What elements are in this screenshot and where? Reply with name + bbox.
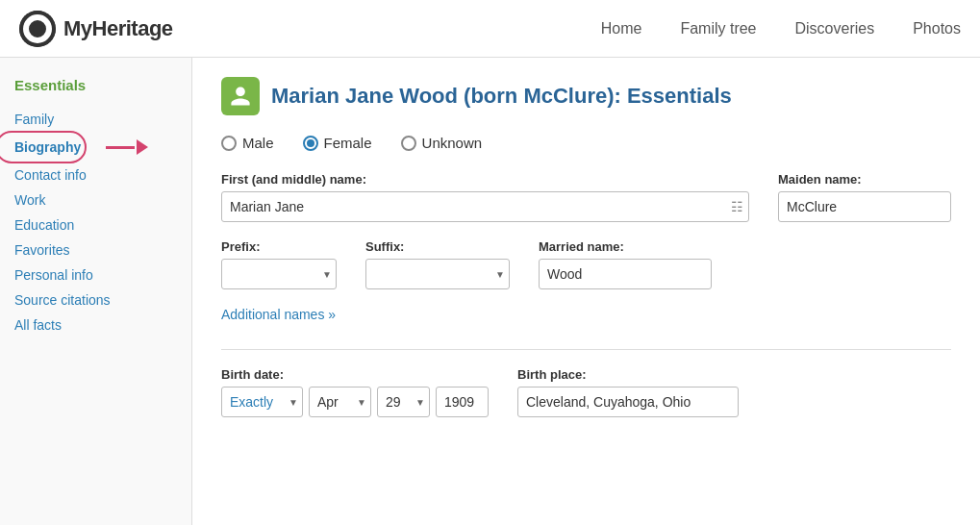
logo-text: MyHeritage [63, 16, 173, 41]
gender-female-label: Female [324, 135, 372, 151]
exactly-select[interactable]: Exactly About Before After Between [221, 387, 303, 417]
gender-female-radio[interactable] [303, 136, 318, 151]
birth-section: Birth date: Exactly About Before After B… [221, 367, 951, 417]
sidebar-item-favorites[interactable]: Favorites [14, 238, 177, 262]
arrow-indicator [106, 139, 148, 155]
suffix-group: Suffix: Jr. Sr. II III ▼ [365, 239, 510, 289]
gender-unknown-radio[interactable] [401, 136, 416, 151]
gender-male-option[interactable]: Male [221, 135, 274, 151]
sidebar-heading: Essentials [14, 77, 177, 93]
content-area: Marian Jane Wood (born McClure): Essenti… [192, 58, 980, 525]
day-select-wrapper: 1234 5678 9101112 13141516 17181920 2122… [377, 387, 430, 417]
first-name-label: First (and middle) name: [221, 172, 749, 187]
first-name-input-wrapper: ☷ [221, 191, 749, 222]
sidebar-item-personal[interactable]: Personal info [14, 262, 177, 288]
main-nav: Home Family tree Discoveries Photos [601, 20, 961, 38]
birth-place-group: Birth place: [517, 367, 739, 417]
logo-icon [19, 11, 56, 47]
gender-female-option[interactable]: Female [303, 135, 372, 151]
sidebar-item-allfacts[interactable]: All facts [14, 312, 177, 338]
month-select-wrapper: JanFebMar AprMayJun JulAugSep OctNovDec … [309, 387, 371, 417]
person-icon [221, 77, 260, 115]
suffix-select-wrapper: Jr. Sr. II III ▼ [365, 259, 510, 289]
sidebar: Essentials Family Biography Contact info… [0, 58, 192, 525]
maiden-name-group: Maiden name: [778, 172, 951, 222]
suffix-select[interactable]: Jr. Sr. II III [365, 259, 510, 289]
sidebar-item-work[interactable]: Work [14, 188, 177, 212]
nav-photos[interactable]: Photos [913, 20, 961, 38]
prefix-group: Prefix: Mr. Mrs. Ms. Dr. ▼ [221, 239, 337, 289]
svg-point-1 [27, 18, 48, 39]
gender-row: Male Female Unknown [221, 135, 951, 151]
svg-point-0 [19, 11, 56, 47]
gender-male-label: Male [242, 135, 274, 151]
name-row: First (and middle) name: ☷ Maiden name: [221, 172, 951, 222]
first-name-group: First (and middle) name: ☷ [221, 172, 749, 222]
svg-point-2 [33, 24, 42, 34]
sidebar-item-contact[interactable]: Contact info [14, 162, 177, 188]
maiden-name-label: Maiden name: [778, 172, 951, 187]
sidebar-item-biography[interactable]: Biography [14, 135, 81, 160]
prefix-suffix-row: Prefix: Mr. Mrs. Ms. Dr. ▼ Suffix: [221, 239, 951, 289]
section-divider [221, 349, 951, 350]
birth-date-label: Birth date: [221, 367, 489, 382]
prefix-select[interactable]: Mr. Mrs. Ms. Dr. [221, 259, 337, 289]
nav-discoveries[interactable]: Discoveries [795, 20, 875, 38]
sidebar-item-family[interactable]: Family [14, 107, 177, 132]
gender-male-radio[interactable] [221, 136, 237, 151]
gender-unknown-label: Unknown [422, 135, 483, 151]
maiden-name-input[interactable] [778, 191, 951, 222]
month-select[interactable]: JanFebMar AprMayJun JulAugSep OctNovDec [309, 387, 371, 417]
nav-home[interactable]: Home [601, 20, 642, 38]
page-title-row: Marian Jane Wood (born McClure): Essenti… [221, 77, 951, 115]
birth-place-label: Birth place: [517, 367, 739, 382]
nav-family-tree[interactable]: Family tree [680, 20, 756, 38]
prefix-select-wrapper: Mr. Mrs. Ms. Dr. ▼ [221, 259, 337, 289]
additional-names-link[interactable]: Additional names » [221, 307, 336, 322]
exactly-select-wrapper: Exactly About Before After Between ▼ [221, 387, 303, 417]
married-name-label: Married name: [539, 239, 712, 254]
name-input-icon: ☷ [731, 199, 743, 214]
year-input[interactable] [436, 387, 489, 417]
gender-unknown-option[interactable]: Unknown [401, 135, 483, 151]
main-layout: Essentials Family Biography Contact info… [0, 58, 980, 525]
day-select[interactable]: 1234 5678 9101112 13141516 17181920 2122… [377, 387, 430, 417]
page-title: Marian Jane Wood (born McClure): Essenti… [271, 84, 732, 109]
birth-date-inputs: Exactly About Before After Between ▼ Jan… [221, 387, 489, 417]
prefix-label: Prefix: [221, 239, 337, 254]
logo-area: MyHeritage [19, 11, 173, 47]
birth-date-group: Birth date: Exactly About Before After B… [221, 367, 489, 417]
first-name-input[interactable] [221, 191, 749, 222]
suffix-label: Suffix: [365, 239, 510, 254]
married-name-group: Married name: [539, 239, 712, 289]
married-name-input[interactable] [539, 259, 712, 289]
header: MyHeritage Home Family tree Discoveries … [0, 0, 980, 58]
birth-place-input[interactable] [517, 387, 739, 417]
sidebar-item-education[interactable]: Education [14, 212, 177, 238]
sidebar-item-source[interactable]: Source citations [14, 288, 177, 312]
